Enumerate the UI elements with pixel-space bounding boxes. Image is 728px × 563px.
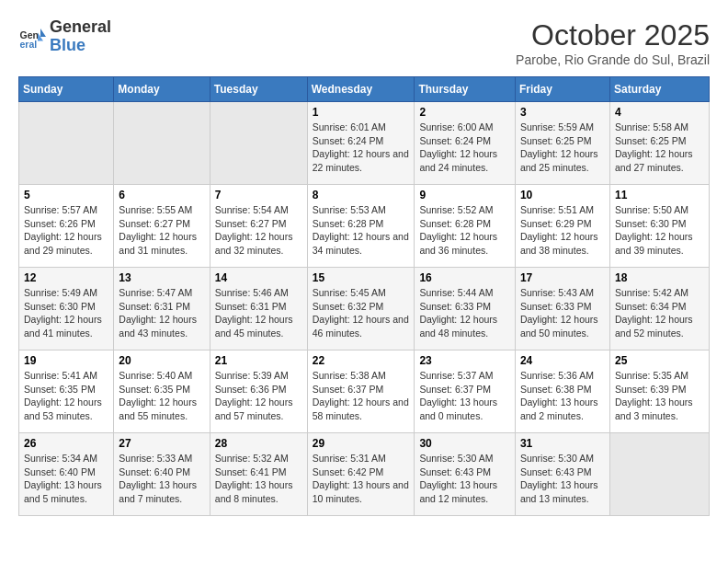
- logo: Gen eral General Blue: [18, 18, 111, 55]
- header-thursday: Thursday: [415, 77, 516, 102]
- day-info: Sunrise: 6:01 AM Sunset: 6:24 PM Dayligh…: [313, 121, 410, 175]
- calendar-cell: 29 Sunrise: 5:31 AM Sunset: 6:42 PM Dayl…: [307, 433, 415, 516]
- day-number: 8: [313, 189, 410, 201]
- day-info: Sunrise: 5:35 AM Sunset: 6:39 PM Dayligh…: [615, 369, 704, 423]
- day-number: 12: [24, 271, 108, 284]
- header-tuesday: Tuesday: [210, 77, 307, 102]
- calendar-cell: 6 Sunrise: 5:55 AM Sunset: 6:27 PM Dayli…: [114, 185, 210, 268]
- day-info: Sunrise: 5:59 AM Sunset: 6:25 PM Dayligh…: [520, 121, 605, 175]
- day-info: Sunrise: 5:34 AM Sunset: 6:40 PM Dayligh…: [24, 452, 108, 506]
- calendar-cell: 16 Sunrise: 5:44 AM Sunset: 6:33 PM Dayl…: [415, 268, 516, 350]
- calendar-cell: [114, 102, 210, 185]
- day-info: Sunrise: 5:57 AM Sunset: 6:26 PM Dayligh…: [24, 203, 108, 258]
- day-number: 2: [419, 106, 510, 119]
- calendar-cell: 12 Sunrise: 5:49 AM Sunset: 6:30 PM Dayl…: [19, 268, 114, 350]
- day-info: Sunrise: 5:40 AM Sunset: 6:35 PM Dayligh…: [119, 369, 204, 423]
- day-number: 25: [615, 354, 704, 367]
- calendar-cell: 31 Sunrise: 5:30 AM Sunset: 6:43 PM Dayl…: [515, 433, 609, 516]
- day-number: 29: [313, 437, 410, 450]
- calendar-cell: 14 Sunrise: 5:46 AM Sunset: 6:31 PM Dayl…: [210, 268, 307, 350]
- day-info: Sunrise: 5:53 AM Sunset: 6:28 PM Dayligh…: [313, 203, 410, 258]
- day-info: Sunrise: 5:51 AM Sunset: 6:29 PM Dayligh…: [520, 203, 605, 258]
- day-number: 1: [313, 106, 410, 119]
- calendar-cell: 1 Sunrise: 6:01 AM Sunset: 6:24 PM Dayli…: [307, 102, 415, 185]
- calendar-cell: 4 Sunrise: 5:58 AM Sunset: 6:25 PM Dayli…: [609, 102, 709, 185]
- day-number: 13: [119, 271, 204, 284]
- location-subtitle: Parobe, Rio Grande do Sul, Brazil: [516, 52, 710, 67]
- day-number: 17: [520, 271, 605, 284]
- day-number: 9: [419, 189, 510, 201]
- day-info: Sunrise: 5:47 AM Sunset: 6:31 PM Dayligh…: [119, 286, 204, 340]
- day-info: Sunrise: 5:32 AM Sunset: 6:41 PM Dayligh…: [215, 452, 302, 506]
- calendar-week-row: 12 Sunrise: 5:49 AM Sunset: 6:30 PM Dayl…: [19, 268, 710, 350]
- calendar-cell: 27 Sunrise: 5:33 AM Sunset: 6:40 PM Dayl…: [114, 433, 210, 516]
- day-number: 5: [24, 189, 108, 201]
- day-info: Sunrise: 5:45 AM Sunset: 6:32 PM Dayligh…: [313, 286, 410, 340]
- day-info: Sunrise: 5:55 AM Sunset: 6:27 PM Dayligh…: [119, 203, 204, 258]
- day-number: 10: [520, 189, 605, 201]
- calendar-cell: 15 Sunrise: 5:45 AM Sunset: 6:32 PM Dayl…: [307, 268, 415, 350]
- calendar-cell: [19, 102, 114, 185]
- logo-text: General Blue: [50, 18, 111, 55]
- day-info: Sunrise: 5:33 AM Sunset: 6:40 PM Dayligh…: [119, 452, 204, 506]
- header-saturday: Saturday: [609, 77, 709, 102]
- calendar-cell: 10 Sunrise: 5:51 AM Sunset: 6:29 PM Dayl…: [515, 185, 609, 268]
- day-info: Sunrise: 6:00 AM Sunset: 6:24 PM Dayligh…: [419, 121, 510, 175]
- calendar-cell: 25 Sunrise: 5:35 AM Sunset: 6:39 PM Dayl…: [609, 350, 709, 433]
- calendar-cell: 21 Sunrise: 5:39 AM Sunset: 6:36 PM Dayl…: [210, 350, 307, 433]
- calendar-cell: 22 Sunrise: 5:38 AM Sunset: 6:37 PM Dayl…: [307, 350, 415, 433]
- day-number: 19: [24, 354, 108, 367]
- calendar-week-row: 1 Sunrise: 6:01 AM Sunset: 6:24 PM Dayli…: [19, 102, 710, 185]
- calendar-header-row: SundayMondayTuesdayWednesdayThursdayFrid…: [19, 77, 710, 102]
- header-friday: Friday: [515, 77, 609, 102]
- calendar-cell: [210, 102, 307, 185]
- day-info: Sunrise: 5:38 AM Sunset: 6:37 PM Dayligh…: [313, 369, 410, 423]
- day-info: Sunrise: 5:52 AM Sunset: 6:28 PM Dayligh…: [419, 203, 510, 258]
- calendar-cell: 2 Sunrise: 6:00 AM Sunset: 6:24 PM Dayli…: [415, 102, 516, 185]
- calendar-cell: 23 Sunrise: 5:37 AM Sunset: 6:37 PM Dayl…: [415, 350, 516, 433]
- day-info: Sunrise: 5:44 AM Sunset: 6:33 PM Dayligh…: [419, 286, 510, 340]
- day-number: 4: [615, 106, 704, 119]
- calendar-cell: 30 Sunrise: 5:30 AM Sunset: 6:43 PM Dayl…: [415, 433, 516, 516]
- calendar-cell: 3 Sunrise: 5:59 AM Sunset: 6:25 PM Dayli…: [515, 102, 609, 185]
- header-wednesday: Wednesday: [307, 77, 415, 102]
- title-section: October 2025 Parobe, Rio Grande do Sul, …: [516, 18, 710, 67]
- day-info: Sunrise: 5:42 AM Sunset: 6:34 PM Dayligh…: [615, 286, 704, 340]
- logo-icon: Gen eral: [18, 23, 46, 51]
- calendar-week-row: 5 Sunrise: 5:57 AM Sunset: 6:26 PM Dayli…: [19, 185, 710, 268]
- calendar-cell: 19 Sunrise: 5:41 AM Sunset: 6:35 PM Dayl…: [19, 350, 114, 433]
- calendar-table: SundayMondayTuesdayWednesdayThursdayFrid…: [18, 76, 710, 516]
- header-sunday: Sunday: [19, 77, 114, 102]
- day-number: 20: [119, 354, 204, 367]
- day-info: Sunrise: 5:31 AM Sunset: 6:42 PM Dayligh…: [313, 452, 410, 506]
- month-title: October 2025: [516, 18, 710, 52]
- day-number: 27: [119, 437, 204, 450]
- day-number: 7: [215, 189, 302, 201]
- day-info: Sunrise: 5:39 AM Sunset: 6:36 PM Dayligh…: [215, 369, 302, 423]
- day-number: 3: [520, 106, 605, 119]
- calendar-cell: 17 Sunrise: 5:43 AM Sunset: 6:33 PM Dayl…: [515, 268, 609, 350]
- day-info: Sunrise: 5:41 AM Sunset: 6:35 PM Dayligh…: [24, 369, 108, 423]
- day-info: Sunrise: 5:30 AM Sunset: 6:43 PM Dayligh…: [419, 452, 510, 506]
- calendar-cell: 24 Sunrise: 5:36 AM Sunset: 6:38 PM Dayl…: [515, 350, 609, 433]
- day-number: 30: [419, 437, 510, 450]
- day-info: Sunrise: 5:30 AM Sunset: 6:43 PM Dayligh…: [520, 452, 605, 506]
- day-info: Sunrise: 5:49 AM Sunset: 6:30 PM Dayligh…: [24, 286, 108, 340]
- calendar-cell: 28 Sunrise: 5:32 AM Sunset: 6:41 PM Dayl…: [210, 433, 307, 516]
- day-info: Sunrise: 5:43 AM Sunset: 6:33 PM Dayligh…: [520, 286, 605, 340]
- day-info: Sunrise: 5:37 AM Sunset: 6:37 PM Dayligh…: [419, 369, 510, 423]
- day-info: Sunrise: 5:50 AM Sunset: 6:30 PM Dayligh…: [615, 203, 704, 258]
- calendar-week-row: 26 Sunrise: 5:34 AM Sunset: 6:40 PM Dayl…: [19, 433, 710, 516]
- day-number: 23: [419, 354, 510, 367]
- calendar-cell: 8 Sunrise: 5:53 AM Sunset: 6:28 PM Dayli…: [307, 185, 415, 268]
- day-number: 24: [520, 354, 605, 367]
- day-number: 26: [24, 437, 108, 450]
- day-number: 11: [615, 189, 704, 201]
- day-number: 6: [119, 189, 204, 201]
- day-number: 18: [615, 271, 704, 284]
- day-number: 15: [313, 271, 410, 284]
- day-number: 14: [215, 271, 302, 284]
- day-info: Sunrise: 5:54 AM Sunset: 6:27 PM Dayligh…: [215, 203, 302, 258]
- svg-text:eral: eral: [20, 39, 38, 50]
- day-number: 21: [215, 354, 302, 367]
